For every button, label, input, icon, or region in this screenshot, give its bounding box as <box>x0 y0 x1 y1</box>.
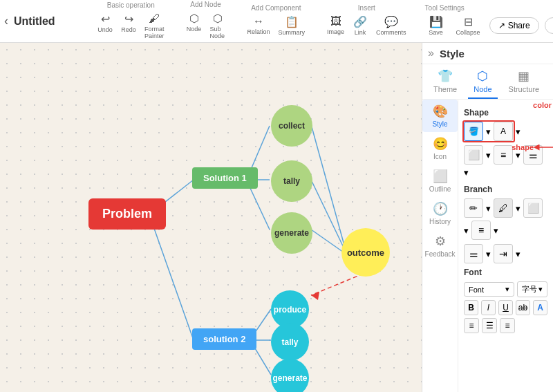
comments-button[interactable]: 💬 Comments <box>373 13 410 38</box>
svg-marker-12 <box>311 292 319 300</box>
image-icon: 🖼 <box>330 15 341 28</box>
right-panel: » Style 👕 Theme ⬡ Node ▦ Structure 🎨 <box>422 43 553 392</box>
panel-title: Style <box>440 48 465 59</box>
feedback-tab[interactable]: ⚙ Feedback <box>422 230 458 262</box>
shape-color-row: 🪣 ▾ A ▾ <box>464 122 547 141</box>
basic-operation-group: Basic operation ↩ Undo ↪ Redo 🖌 Format P… <box>94 1 168 41</box>
node-tab[interactable]: ⬡ Node <box>468 64 497 99</box>
theme-icon: 👕 <box>438 68 453 84</box>
strikethrough-button[interactable]: ab <box>516 300 530 315</box>
collect-node[interactable]: collect <box>271 105 312 147</box>
font-size-dropdown[interactable]: 字号 ▾ <box>517 281 547 297</box>
font-size-arrow: ▾ <box>538 285 543 294</box>
collapse-icon: ⊟ <box>464 15 473 28</box>
undo-button[interactable]: ↩ Undo <box>94 10 116 41</box>
outcome-node[interactable]: outcome <box>341 228 390 277</box>
panel-body: 🎨 Style 😊 Icon ⬜ Outline 🕐 History ⚙ <box>422 100 553 392</box>
align-center-button[interactable]: ☰ <box>482 318 497 333</box>
font-selector-row: Font ▾ 字号 ▾ <box>464 281 547 297</box>
branch-extra-button[interactable]: ⚌ <box>464 244 483 263</box>
link-icon: 🔗 <box>353 15 367 28</box>
save-button[interactable]: 💾 Save <box>425 13 447 38</box>
shape-annotation: shape <box>512 143 534 151</box>
redo-icon: ↪ <box>124 12 133 26</box>
generate2-node[interactable]: generate <box>271 359 309 392</box>
font-color-button[interactable]: A <box>533 300 547 315</box>
solution2-node[interactable]: solution 2 <box>192 328 256 350</box>
svg-line-4 <box>249 185 270 230</box>
history-tab[interactable]: 🕐 History <box>422 197 458 230</box>
style-tab[interactable]: 🎨 Style <box>422 100 458 132</box>
branch-shape-button[interactable]: ⬜ <box>523 198 543 218</box>
outline-icon: ⬜ <box>433 169 448 184</box>
canvas[interactable]: Problem Solution 1 collect tally generat… <box>0 43 422 392</box>
icon-tab-icon: 😊 <box>433 136 448 151</box>
branch-style-button[interactable]: ✏ <box>464 198 483 218</box>
comments-icon: 💬 <box>384 15 398 28</box>
underline-button[interactable]: U <box>498 300 513 315</box>
export-button[interactable]: 📤 Export <box>545 17 553 34</box>
panel-right-content: Shape color 🪣 ▾ A ▾ <box>458 100 553 392</box>
format-painter-button[interactable]: 🖌 Format Painter <box>141 10 168 41</box>
fill-color-button[interactable]: 🪣 <box>464 122 483 141</box>
document-title: Untitled <box>14 15 69 28</box>
insert-label: Insert <box>358 4 375 12</box>
relation-button[interactable]: ↔ Relation <box>244 13 274 38</box>
branch-row-2: ⚌ ▾ ⇥ ▾ <box>464 244 547 263</box>
bold-button[interactable]: B <box>464 300 478 315</box>
branch-indent-button[interactable]: ⇥ <box>494 244 513 263</box>
svg-line-1 <box>152 223 194 340</box>
relation-icon: ↔ <box>253 15 264 28</box>
structure-icon: ▦ <box>518 68 529 84</box>
branch-color-button[interactable]: 🖊 <box>494 198 513 218</box>
branch-line-button[interactable]: ≡ <box>471 221 491 240</box>
panel-top-tabs: 👕 Theme ⬡ Node ▦ Structure <box>422 64 553 100</box>
basic-operation-label: Basic operation <box>107 1 155 9</box>
tally1-node[interactable]: tally <box>271 160 312 202</box>
italic-button[interactable]: I <box>481 300 496 315</box>
icon-tab[interactable]: 😊 Icon <box>422 132 458 165</box>
share-icon: ↗ <box>498 21 505 30</box>
summary-button[interactable]: 📋 Summary <box>275 13 309 38</box>
link-button[interactable]: 🔗 Link <box>349 13 371 38</box>
add-node-button[interactable]: ⬡ Node <box>183 10 205 41</box>
problem-node[interactable]: Problem <box>88 198 166 230</box>
share-button[interactable]: ↗ Share <box>489 17 539 34</box>
style-icon: 🎨 <box>433 104 448 119</box>
add-sub-node-button[interactable]: ⬡ Sub Node <box>207 10 229 41</box>
svg-line-10 <box>253 345 271 375</box>
generate1-node[interactable]: generate <box>271 212 312 254</box>
add-component-label: Add Component <box>251 4 301 12</box>
node-tab-icon: ⬡ <box>477 68 488 84</box>
outline-tab[interactable]: ⬜ Outline <box>422 165 458 197</box>
align-right-button[interactable]: ≡ <box>500 318 515 333</box>
panel-collapse-button[interactable]: » <box>428 47 434 59</box>
save-icon: 💾 <box>429 15 443 28</box>
text-color-button[interactable]: A <box>494 122 513 141</box>
image-button[interactable]: 🖼 Image <box>324 13 348 38</box>
add-node-label: Add Node <box>190 1 221 8</box>
panel-left-nav: 🎨 Style 😊 Icon ⬜ Outline 🕐 History ⚙ <box>422 100 458 392</box>
feedback-icon: ⚙ <box>435 234 446 249</box>
font-align-row: ≡ ☰ ≡ <box>464 318 547 333</box>
undo-icon: ↩ <box>101 12 110 26</box>
font-dropdown-arrow: ▾ <box>505 285 509 294</box>
svg-line-6 <box>311 230 346 254</box>
font-dropdown[interactable]: Font ▾ <box>464 282 514 297</box>
theme-tab[interactable]: 👕 Theme <box>428 64 462 99</box>
rectangle-shape-button[interactable]: ⬜ <box>464 145 483 165</box>
add-node-group: Add Node ⬡ Node ⬡ Sub Node <box>183 1 229 41</box>
shape-arrow-icon <box>534 142 553 152</box>
redo-button[interactable]: ↪ Redo <box>118 10 140 41</box>
align-left-button[interactable]: ≡ <box>464 318 479 333</box>
solution1-node[interactable]: Solution 1 <box>192 167 258 189</box>
branch-section-label: Branch <box>464 185 547 194</box>
back-button[interactable]: ‹ <box>4 14 8 28</box>
tally2-node[interactable]: tally <box>271 323 309 361</box>
main-area: Problem Solution 1 collect tally generat… <box>0 43 553 392</box>
collapse-button[interactable]: ⊟ Collapse <box>453 13 484 38</box>
line-shape-button[interactable]: ≡ <box>494 145 513 165</box>
format-painter-icon: 🖌 <box>149 12 160 25</box>
structure-tab[interactable]: ▦ Structure <box>503 64 545 99</box>
node-icon: ⬡ <box>189 12 199 25</box>
